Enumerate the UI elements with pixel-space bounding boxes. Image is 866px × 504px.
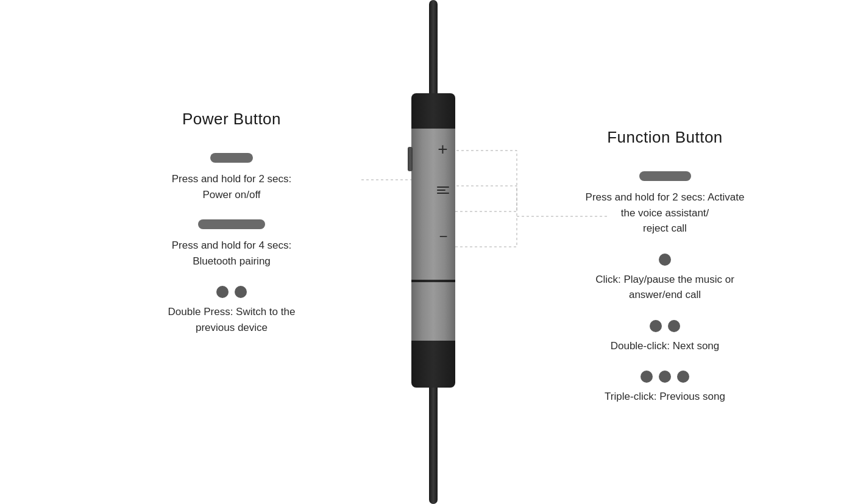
power-bar-short [210, 153, 253, 163]
func-dots-3 [519, 371, 811, 383]
func-action-1: Press and hold for 2 secs: Activatethe v… [519, 171, 811, 236]
func-lines [437, 186, 449, 194]
power-button-physical [408, 147, 413, 171]
power-button-title: Power Button [61, 110, 402, 129]
func-line-1 [437, 186, 449, 188]
right-panel: Function Button Press and hold for 2 sec… [519, 128, 811, 422]
func-dot-3-1 [641, 371, 653, 383]
func-action-1-text: Press and hold for 2 secs: Activatethe v… [519, 190, 811, 236]
device-main-body: + − [411, 129, 455, 280]
power-action-2: Press and hold for 4 secs:Bluetooth pair… [61, 219, 402, 269]
power-bar-long [198, 219, 265, 229]
page-container: Power Button Press and hold for 2 secs:P… [0, 0, 866, 504]
func-dot-2-2 [668, 320, 680, 332]
func-line-2 [437, 190, 445, 191]
func-action-3: Double-click: Next song [519, 320, 811, 354]
func-bar [639, 171, 691, 181]
power-action-3: Double Press: Switch to theprevious devi… [61, 286, 402, 335]
power-dots-container [61, 286, 402, 298]
function-button-physical [437, 186, 449, 194]
power-action-1: Press and hold for 2 secs:Power on/off [61, 153, 402, 202]
func-dot-3-3 [677, 371, 689, 383]
func-action-2: Click: Play/pause the music oranswer/end… [519, 254, 811, 303]
power-action-3-text: Double Press: Switch to theprevious devi… [61, 304, 402, 335]
power-action-1-text: Press and hold for 2 secs:Power on/off [61, 171, 402, 202]
function-button-title: Function Button [519, 128, 811, 147]
device-illustration: + − [397, 0, 470, 504]
cable-top [429, 0, 438, 93]
func-dot-single [659, 254, 671, 266]
device-bottom-gray [411, 282, 455, 341]
func-dot-3-2 [659, 371, 671, 383]
func-action-4-text: Triple-click: Previous song [519, 389, 811, 405]
device-bottom-black [411, 341, 455, 388]
func-action-2-text: Click: Play/pause the music oranswer/end… [519, 272, 811, 303]
cable-bottom [429, 388, 438, 504]
power-dot-1 [216, 286, 229, 298]
left-panel: Power Button Press and hold for 2 secs:P… [61, 110, 402, 352]
func-dot-2-1 [650, 320, 662, 332]
power-dot-2 [235, 286, 247, 298]
minus-button-physical: − [439, 229, 447, 244]
func-action-4: Triple-click: Previous song [519, 371, 811, 405]
plus-button-physical: + [438, 141, 447, 158]
power-action-2-text: Press and hold for 4 secs:Bluetooth pair… [61, 238, 402, 269]
func-dots-1 [519, 254, 811, 266]
func-line-3 [437, 193, 449, 194]
device-top-black [411, 93, 455, 128]
func-dots-2 [519, 320, 811, 332]
func-action-3-text: Double-click: Next song [519, 338, 811, 354]
